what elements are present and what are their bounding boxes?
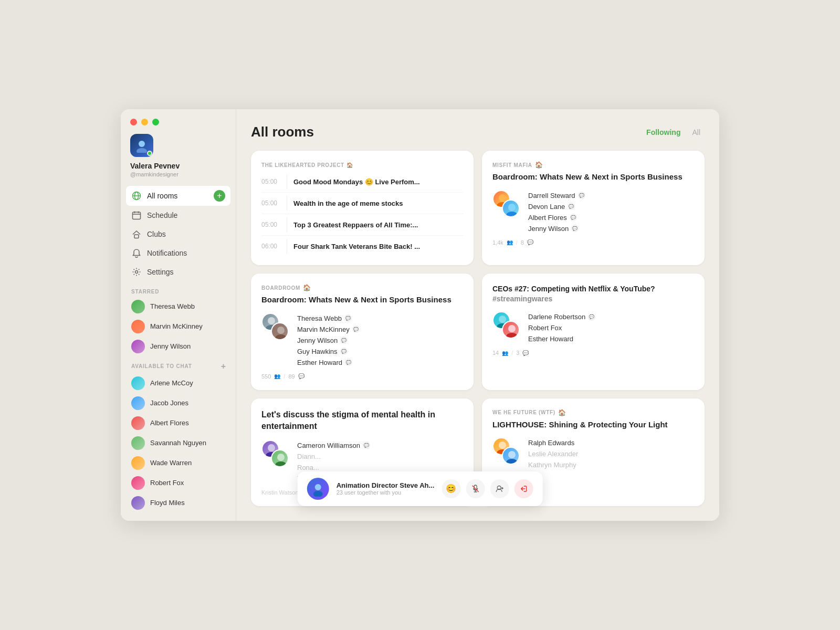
speaker-name: Robert Fox — [528, 322, 694, 333]
svg-point-13 — [508, 204, 516, 211]
nav-schedule[interactable]: Schedule — [126, 206, 230, 225]
close-dot[interactable] — [130, 119, 137, 125]
tab-following[interactable]: Following — [642, 126, 685, 139]
app-window: Valera Pevnev @mamkindesigner All rooms … — [121, 109, 719, 520]
misfit-speaker-names: Darrell Steward 💬 Devon Lane 💬 Albert Fl… — [528, 190, 694, 234]
avatar — [131, 396, 145, 410]
starred-item[interactable]: Marvin McKinney — [126, 317, 230, 337]
chat-item[interactable]: Jacob Jones — [126, 393, 230, 413]
user-name: Valera Pevnev — [130, 161, 180, 171]
chat-item[interactable]: Arlene McCoy — [126, 373, 230, 393]
upcoming-row[interactable]: 05:00 Top 3 Greatest Reppaers of All Tim… — [261, 214, 463, 235]
bell-icon — [131, 248, 142, 258]
add-room-button[interactable]: + — [214, 190, 225, 202]
time-label: 05:00 — [261, 178, 280, 185]
upcoming-row[interactable]: 06:00 Four Shark Tank Veterans Bite Back… — [261, 235, 463, 257]
nav-section: All rooms + Schedule — [121, 184, 236, 284]
minimize-dot[interactable] — [141, 119, 148, 125]
chat-bubble-icon: 💬 — [578, 192, 585, 199]
time-label: 05:00 — [261, 200, 280, 207]
boardroom-speakers: Theresa Webb 💬 Marvin McKinney 💬 Jenny W… — [261, 313, 463, 368]
ceo-speakers: Darlene Robertson 💬 Robert Fox Esther Ho… — [492, 311, 694, 344]
avatar — [131, 416, 145, 430]
upcoming-header-row: THE LIKEHEARTED PROJECT 🏠 — [261, 159, 463, 171]
chat-item[interactable]: Floyd Miles — [126, 493, 230, 513]
starred-item[interactable]: Jenny Wilson — [126, 337, 230, 356]
misfit-tag: MISFIT MAFIA 🏠 — [492, 161, 694, 169]
online-status-dot — [147, 151, 152, 156]
fp-user-count: 23 user together with you — [337, 489, 435, 496]
svg-point-21 — [508, 325, 516, 332]
notifications-label: Notifications — [147, 249, 187, 257]
add-chat-button[interactable]: + — [221, 362, 226, 371]
upcoming-row[interactable]: 05:00 Wealth in the age of meme stocks — [261, 192, 463, 214]
chat-item[interactable]: Wade Warren — [126, 453, 230, 473]
chat-item[interactable]: Robert Fox — [126, 473, 230, 493]
fp-info: Animation Director Steve Ah... 23 user t… — [337, 481, 435, 496]
starred-name: Marvin McKinney — [150, 322, 203, 330]
room-title: Good Mood Mondays 😊 Live Perfom... — [293, 178, 420, 186]
misfit-mafia-card[interactable]: MISFIT MAFIA 🏠 Boardroom: Whats New & Ne… — [482, 151, 705, 265]
chat-item[interactable]: Albert Flores — [126, 413, 230, 433]
starred-name: Theresa Webb — [150, 302, 195, 310]
svg-point-22 — [506, 333, 518, 339]
ceo-title: CEOs #27: Competing with Netflix & YouTu… — [492, 284, 694, 304]
chat-bubble-icon: 💬 — [571, 225, 579, 232]
svg-point-26 — [275, 461, 287, 467]
chat-item[interactable]: Savannah Nguyen — [126, 433, 230, 453]
speaker-name: Guy Hawkins 💬 — [297, 346, 463, 357]
misfit-title: Boardroom: Whats New & Next in Sports Bu… — [492, 172, 694, 182]
boardroom-card[interactable]: BOARDROOM 🏠 Boardroom: Whats New & Next … — [251, 274, 474, 390]
svg-point-25 — [277, 454, 285, 461]
svg-point-19 — [499, 316, 506, 323]
avatar — [131, 436, 145, 450]
speaker-name: Cameron Williamson 💬 — [297, 440, 463, 451]
nav-all-rooms[interactable]: All rooms + — [126, 186, 230, 206]
avatar — [131, 476, 145, 490]
speaker-name: Leslie Alexander — [528, 448, 694, 459]
room-title: Four Shark Tank Veterans Bite Back! ... — [293, 243, 420, 250]
svg-rect-9 — [134, 235, 139, 238]
upcoming-row[interactable]: 05:00 Good Mood Mondays 😊 Live Perfom... — [261, 171, 463, 192]
window-controls — [121, 119, 236, 134]
avatar — [131, 320, 145, 333]
nav-notifications[interactable]: Notifications — [126, 244, 230, 262]
boardroom-speaker-names: Theresa Webb 💬 Marvin McKinney 💬 Jenny W… — [297, 313, 463, 368]
starred-item[interactable]: Theresa Webb — [126, 297, 230, 317]
home-icon — [131, 229, 142, 239]
speaker-name: Jenny Wilson 💬 — [297, 335, 463, 346]
upcoming-card[interactable]: THE LIKEHEARTED PROJECT 🏠 05:00 Good Moo… — [251, 151, 474, 265]
boardroom-stats: 550 👥 / 89 💬 — [261, 373, 463, 380]
add-user-button[interactable] — [490, 479, 509, 498]
chat-bubble-icon: 💬 — [568, 203, 575, 210]
page-title: All rooms — [251, 124, 314, 140]
user-handle: @mamkindesigner — [130, 171, 178, 177]
chat-bubble-icon: 💬 — [345, 359, 352, 366]
speaker-name: Ralph Edwards — [528, 437, 694, 448]
maximize-dot[interactable] — [152, 119, 159, 125]
ceo-card[interactable]: CEOs #27: Competing with Netflix & YouTu… — [482, 274, 705, 390]
leave-button[interactable] — [514, 479, 533, 498]
gear-icon — [131, 267, 142, 277]
tab-all[interactable]: All — [688, 126, 705, 139]
chat-bubble-icon: 💬 — [570, 214, 577, 221]
chat-name: Savannah Nguyen — [150, 439, 206, 447]
chat-name: Floyd Miles — [150, 499, 185, 507]
ceo-speaker-names: Darlene Robertson 💬 Robert Fox Esther Ho… — [528, 311, 694, 344]
globe-icon — [131, 191, 142, 201]
svg-point-29 — [508, 451, 516, 458]
boardroom-title: Boardroom: Whats New & Next in Sports Bu… — [261, 295, 463, 305]
avatar — [131, 340, 145, 353]
chat-name: Wade Warren — [150, 459, 192, 467]
chat-bubble-icon: 💬 — [363, 442, 370, 449]
emoji-button[interactable]: 😊 — [442, 479, 460, 498]
wtf-tag: WE HE FUTURE (WTF) 🏠 — [492, 409, 694, 416]
nav-settings[interactable]: Settings — [126, 262, 230, 281]
divider — [287, 196, 287, 211]
mute-button[interactable] — [466, 479, 485, 498]
nav-clubs[interactable]: Clubs — [126, 225, 230, 244]
available-section-label: AVAILABLE TO CHAT — [131, 363, 192, 369]
speaker-name: Jenny Wilson 💬 — [528, 223, 694, 234]
misfit-stats: 1,4k 👥 / 8 💬 — [492, 239, 694, 246]
discuss-title: Let's discuss the stigma of mental healt… — [261, 409, 463, 433]
